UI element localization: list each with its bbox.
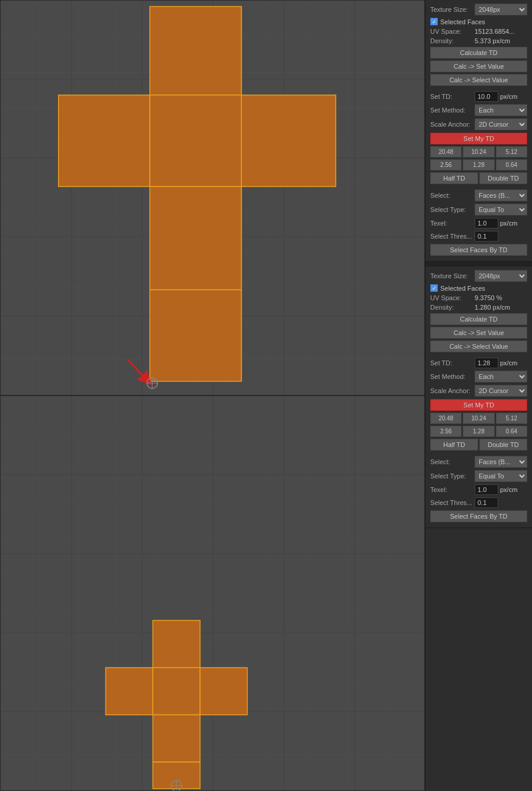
td-presets-row2-2: 2.56 1.28 0.64 (430, 426, 527, 437)
half-td-btn-2[interactable]: Half TD (430, 439, 478, 451)
texel-input[interactable] (475, 218, 498, 229)
texel-unit: px/cm (500, 220, 517, 227)
texture-size-row-2: Texture Size: 2048px 1024px (430, 270, 527, 282)
calculate-td-btn-2[interactable]: Calculate TD (430, 313, 527, 325)
uv-space-row: UV Space: 15123.6854... (430, 28, 527, 35)
select-type-label-2: Select Type: (430, 472, 475, 480)
scale-anchor-row-2: Scale Anchor: 2D Cursor Center (430, 385, 527, 397)
svg-rect-15 (150, 7, 241, 95)
select-select-2[interactable]: Faces (B... (475, 456, 527, 468)
set-method-label: Set Method: (430, 107, 475, 114)
td-presets-row1-2: 20.48 10.24 5.12 (430, 413, 527, 424)
select-type-select[interactable]: Equal To (475, 204, 527, 216)
texel-row: Texel: px/cm (430, 218, 527, 229)
half-double-row: Half TD Double TD (430, 172, 527, 184)
density-value-2: 1.280 px/cm (475, 304, 510, 311)
texture-size-label-2: Texture Size: (430, 272, 475, 279)
uv-space-value: 15123.6854... (475, 28, 514, 35)
top-settings-section: Texture Size: 2048px 1024px 4096px Selec… (425, 0, 532, 262)
svg-rect-44 (106, 668, 153, 715)
set-td-unit: px/cm (500, 93, 517, 100)
svg-rect-17 (150, 95, 241, 187)
td-preset-1-28-2[interactable]: 1.28 (463, 426, 494, 437)
panel-divider (425, 262, 532, 266)
selected-faces-label-bottom: Selected Faces (440, 285, 485, 292)
bottom-viewport[interactable] (0, 396, 425, 791)
texture-size-select-2[interactable]: 2048px 1024px (475, 270, 527, 282)
td-preset-20-48-2[interactable]: 20.48 (430, 413, 462, 424)
density-row: Density: 5.373 px/cm (430, 37, 527, 44)
svg-rect-29 (1, 396, 424, 790)
select-type-row-2: Select Type: Equal To (430, 470, 527, 482)
scale-anchor-row: Scale Anchor: 2D Cursor Center (430, 118, 527, 130)
td-preset-1-28[interactable]: 1.28 (463, 159, 494, 171)
scale-anchor-label: Scale Anchor: (430, 121, 475, 128)
select-label: Select: (430, 192, 475, 199)
select-faces-by-td-btn-2[interactable]: Select Faces By TD (430, 510, 527, 522)
selected-faces-row-top[interactable]: Selected Faces (430, 18, 527, 25)
td-preset-2-56[interactable]: 2.56 (430, 159, 462, 171)
half-td-btn[interactable]: Half TD (430, 172, 478, 184)
td-preset-10-24-2[interactable]: 10.24 (463, 413, 494, 424)
calc-set-value-btn[interactable]: Calc -> Set Value (430, 60, 527, 72)
double-td-btn[interactable]: Double TD (479, 172, 527, 184)
select-thres-input-2[interactable] (475, 497, 498, 508)
scale-anchor-select-2[interactable]: 2D Cursor Center (475, 385, 527, 397)
set-td-label-2: Set TD: (430, 359, 475, 366)
selected-faces-checkbox-2[interactable] (430, 284, 438, 292)
set-td-input-2[interactable] (475, 358, 498, 368)
td-presets-row2: 2.56 1.28 0.64 (430, 159, 527, 171)
top-viewport[interactable] (0, 0, 425, 396)
uv-space-label: UV Space: (430, 28, 475, 35)
density-value: 5.373 px/cm (475, 37, 510, 44)
select-select[interactable]: Faces (B... (475, 189, 527, 201)
set-method-select-2[interactable]: Each Average (475, 371, 527, 382)
select-label-2: Select: (430, 458, 475, 465)
calc-set-value-btn-2[interactable]: Calc -> Set Value (430, 327, 527, 339)
td-preset-10-24[interactable]: 10.24 (463, 146, 494, 157)
texture-size-label: Texture Size: (430, 6, 475, 13)
selected-faces-label-top: Selected Faces (440, 18, 485, 25)
set-method-select[interactable]: Each Average (475, 104, 527, 116)
td-presets-row1: 20.48 10.24 5.12 (430, 146, 527, 157)
double-td-btn-2[interactable]: Double TD (479, 439, 527, 451)
svg-rect-45 (153, 668, 200, 715)
svg-rect-46 (200, 668, 247, 715)
calc-select-value-btn-2[interactable]: Calc -> Select Value (430, 340, 527, 352)
select-thres-input[interactable] (475, 231, 498, 242)
calc-select-value-btn[interactable]: Calc -> Select Value (430, 74, 527, 86)
td-preset-20-48[interactable]: 20.48 (430, 146, 462, 157)
bottom-settings-section: Texture Size: 2048px 1024px Selected Fac… (425, 266, 532, 528)
texel-input-2[interactable] (475, 484, 498, 495)
select-row: Select: Faces (B... (430, 189, 527, 201)
set-my-td-btn[interactable]: Set My TD (430, 133, 527, 144)
td-preset-5-12-2[interactable]: 5.12 (496, 413, 527, 424)
calculate-td-btn[interactable]: Calculate TD (430, 47, 527, 59)
svg-rect-20 (150, 290, 241, 382)
select-thres-row: Select Thres... (430, 231, 527, 242)
td-preset-2-56-2[interactable]: 2.56 (430, 426, 462, 437)
uv-space-row-2: UV Space: 9.3750 % (430, 294, 527, 301)
set-td-label: Set TD: (430, 93, 475, 100)
td-preset-0-64[interactable]: 0.64 (496, 159, 527, 171)
select-type-select-2[interactable]: Equal To (475, 470, 527, 482)
selected-faces-row-bottom[interactable]: Selected Faces (430, 284, 527, 292)
set-td-row-2: Set TD: px/cm (430, 358, 527, 368)
set-td-input[interactable] (475, 91, 498, 102)
scale-anchor-select[interactable]: 2D Cursor Center (475, 118, 527, 130)
select-faces-by-td-btn[interactable]: Select Faces By TD (430, 244, 527, 256)
uv-space-value-2: 9.3750 % (475, 294, 502, 301)
set-method-row: Set Method: Each Average (430, 104, 527, 116)
texel-label-2: Texel: (430, 486, 475, 493)
svg-rect-47 (153, 715, 200, 762)
selected-faces-checkbox[interactable] (430, 18, 438, 25)
texture-size-select[interactable]: 2048px 1024px 4096px (475, 4, 527, 15)
svg-rect-18 (241, 95, 336, 187)
set-my-td-btn-2[interactable]: Set My TD (430, 399, 527, 411)
select-type-row: Select Type: Equal To (430, 204, 527, 216)
td-preset-0-64-2[interactable]: 0.64 (496, 426, 527, 437)
set-td-row: Set TD: px/cm (430, 91, 527, 102)
left-panel (0, 0, 425, 791)
td-preset-5-12[interactable]: 5.12 (496, 146, 527, 157)
set-td-unit-2: px/cm (500, 359, 517, 366)
